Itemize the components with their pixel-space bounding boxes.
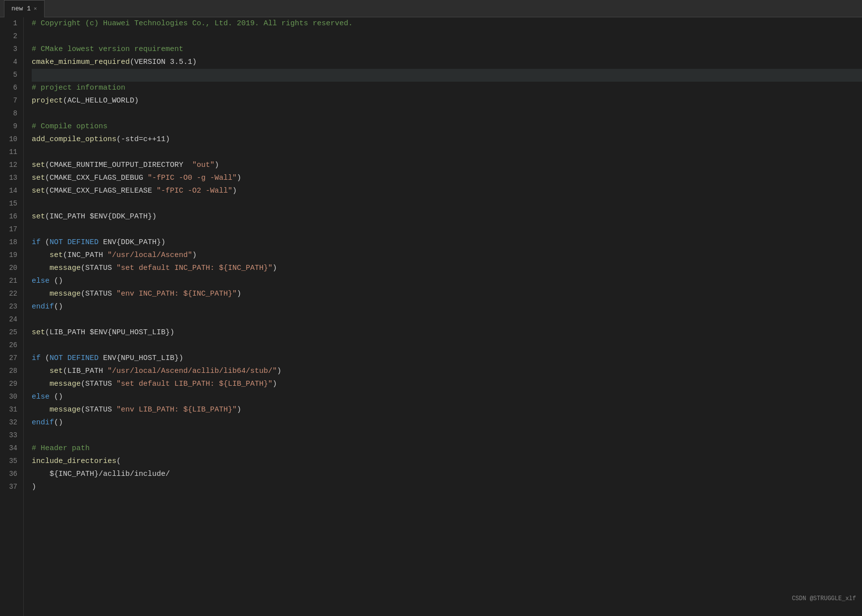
- code-line: message(STATUS "env LIB_PATH: ${LIB_PATH…: [32, 404, 862, 416]
- keyword-token: else: [32, 277, 50, 285]
- normal-token: message(STATUS: [32, 378, 116, 391]
- line-number: 11: [4, 146, 17, 159]
- normal-token: ): [237, 288, 241, 301]
- line-number: 9: [4, 120, 17, 133]
- function-token: project: [32, 97, 63, 105]
- line-number: 22: [4, 288, 17, 301]
- line-number: 18: [4, 236, 17, 249]
- code-line: project(ACL_HELLO_WORLD): [32, 95, 862, 107]
- tab-bar: new 1 ×: [0, 0, 862, 17]
- string-token: "out": [192, 159, 215, 172]
- keyword-token: DEFINED: [67, 354, 99, 362]
- normal-token: endif(): [32, 301, 63, 313]
- code-line: set(CMAKE_RUNTIME_OUTPUT_DIRECTORY "out"…: [32, 159, 862, 172]
- code-area: 1234567891011121314151617181920212223242…: [0, 17, 862, 616]
- line-number: 12: [4, 159, 17, 172]
- line-number: 19: [4, 249, 17, 262]
- string-token: "-fPIC -O0 -g -Wall": [148, 172, 237, 185]
- line-number: 21: [4, 275, 17, 288]
- keyword-token: endif: [32, 303, 54, 311]
- normal-token: ): [272, 262, 277, 275]
- line-number: 8: [4, 107, 17, 120]
- line-number: 24: [4, 313, 17, 326]
- function-token: set: [50, 251, 63, 259]
- normal-token: set(CMAKE_RUNTIME_OUTPUT_DIRECTORY: [32, 159, 192, 172]
- code-line: [32, 198, 862, 210]
- normal-token: set(INC_PATH $ENV{DDK_PATH}): [32, 210, 157, 223]
- keyword-token: if: [32, 238, 41, 247]
- string-token: "env INC_PATH: ${INC_PATH}": [116, 288, 237, 301]
- normal-token: endif(): [32, 416, 63, 429]
- code-line: set(LIB_PATH "/usr/local/Ascend/acllib/l…: [32, 365, 862, 378]
- code-line: set(CMAKE_CXX_FLAGS_RELEASE "-fPIC -O2 -…: [32, 185, 862, 198]
- line-number: 32: [4, 416, 17, 429]
- line-number: 10: [4, 133, 17, 146]
- line-number: 29: [4, 378, 17, 391]
- line-number: 25: [4, 326, 17, 339]
- normal-token: else (): [32, 391, 63, 404]
- code-line: else (): [32, 391, 862, 404]
- line-number: 23: [4, 301, 17, 313]
- keyword-token: endif: [32, 418, 54, 427]
- normal-token: ): [277, 365, 281, 378]
- function-token: set: [32, 187, 45, 195]
- normal-token: ): [237, 172, 241, 185]
- code-line: message(STATUS "env INC_PATH: ${INC_PATH…: [32, 288, 862, 301]
- code-line: add_compile_options(-std=c++11): [32, 133, 862, 146]
- code-line: message(STATUS "set default INC_PATH: ${…: [32, 262, 862, 275]
- normal-token: ): [232, 185, 237, 198]
- line-number: 13: [4, 172, 17, 185]
- normal-token: ): [215, 159, 219, 172]
- code-line: set(INC_PATH "/usr/local/Ascend"): [32, 249, 862, 262]
- code-line: if (NOT DEFINED ENV{NPU_HOST_LIB}): [32, 352, 862, 365]
- line-number: 31: [4, 404, 17, 416]
- code-line: cmake_minimum_required(VERSION 3.5.1): [32, 56, 862, 69]
- normal-token: project(ACL_HELLO_WORLD): [32, 95, 139, 107]
- line-number: 30: [4, 391, 17, 404]
- line-number: 20: [4, 262, 17, 275]
- keyword-token: NOT: [50, 238, 63, 247]
- line-number: 37: [4, 481, 17, 494]
- line-number: 34: [4, 442, 17, 455]
- normal-token: message(STATUS: [32, 404, 116, 416]
- line-number: 7: [4, 95, 17, 107]
- code-line: set(CMAKE_CXX_FLAGS_DEBUG "-fPIC -O0 -g …: [32, 172, 862, 185]
- string-token: "env LIB_PATH: ${LIB_PATH}": [116, 404, 237, 416]
- code-line: set(LIB_PATH $ENV{NPU_HOST_LIB}): [32, 326, 862, 339]
- normal-token: set(CMAKE_CXX_FLAGS_DEBUG: [32, 172, 148, 185]
- code-line: set(INC_PATH $ENV{DDK_PATH}): [32, 210, 862, 223]
- line-number: 1: [4, 17, 17, 30]
- normal-token: if (NOT DEFINED ENV{NPU_HOST_LIB}): [32, 352, 183, 365]
- normal-token: ): [272, 378, 277, 391]
- line-number: 26: [4, 339, 17, 352]
- normal-token: cmake_minimum_required(VERSION 3.5.1): [32, 56, 197, 69]
- line-number: 28: [4, 365, 17, 378]
- function-token: include_directories: [32, 457, 116, 465]
- line-number: 15: [4, 198, 17, 210]
- code-line: ${INC_PATH}/acllib/include/: [32, 468, 862, 481]
- code-line: [32, 30, 862, 43]
- function-token: set: [32, 328, 45, 337]
- string-token: "-fPIC -O2 -Wall": [157, 185, 232, 198]
- function-token: message: [50, 406, 81, 414]
- code-line: # Header path: [32, 442, 862, 455]
- code-content[interactable]: # Copyright (c) Huawei Technologies Co.,…: [24, 17, 862, 616]
- normal-token: set(INC_PATH: [32, 249, 108, 262]
- line-number: 16: [4, 210, 17, 223]
- normal-token: ): [192, 249, 197, 262]
- line-number: 36: [4, 468, 17, 481]
- string-token: "set default LIB_PATH: ${LIB_PATH}": [116, 378, 272, 391]
- line-number: 6: [4, 82, 17, 95]
- code-line: message(STATUS "set default LIB_PATH: ${…: [32, 378, 862, 391]
- code-line: # Compile options: [32, 120, 862, 133]
- code-line: if (NOT DEFINED ENV{DDK_PATH}): [32, 236, 862, 249]
- tab-close-button[interactable]: ×: [34, 6, 37, 12]
- watermark: CSDN @STRUGGLE_xlf: [792, 595, 856, 602]
- string-token: "set default INC_PATH: ${INC_PATH}": [116, 262, 272, 275]
- tab-label: new 1: [11, 5, 31, 12]
- normal-token: set(CMAKE_CXX_FLAGS_RELEASE: [32, 185, 157, 198]
- normal-token: ): [237, 404, 241, 416]
- normal-token: ): [32, 481, 36, 494]
- line-number: 17: [4, 223, 17, 236]
- editor-tab[interactable]: new 1 ×: [4, 0, 45, 17]
